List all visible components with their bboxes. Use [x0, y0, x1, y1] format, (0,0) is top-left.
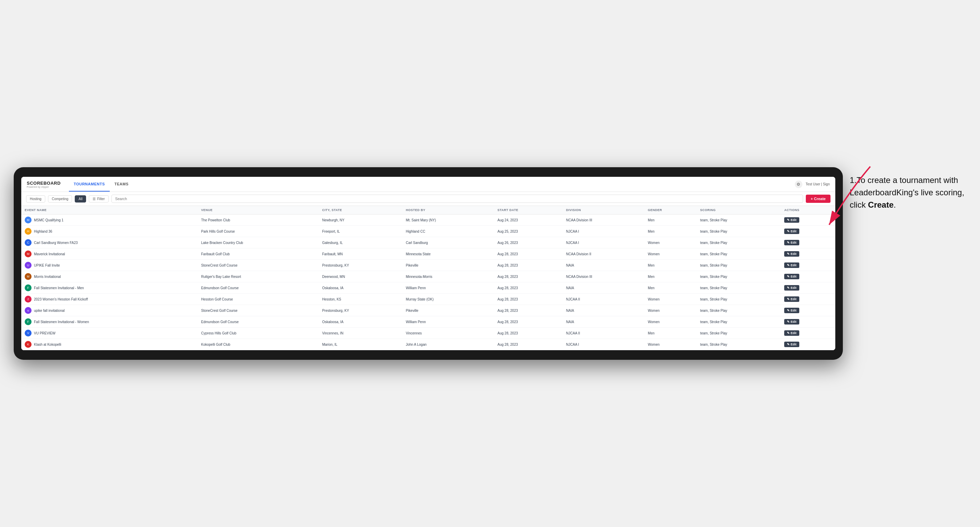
cell-city-state-4: Prestonsburg, KY [318, 260, 402, 271]
edit-button-2[interactable]: ✎ Edit [784, 240, 799, 245]
col-city-state: CITY, STATE [318, 206, 402, 214]
table-row: F Fall Statesmen Invitational - Women Ed… [21, 316, 835, 328]
team-logo-6: F [25, 284, 32, 291]
edit-button-9[interactable]: ✎ Edit [784, 319, 799, 324]
cell-division-7: NJCAA II [563, 294, 644, 305]
edit-button-11[interactable]: ✎ Edit [784, 341, 799, 347]
cell-start-date-5: Aug 28, 2023 [494, 271, 563, 283]
team-logo-1: H [25, 228, 32, 235]
edit-button-0[interactable]: ✎ Edit [784, 217, 799, 223]
cell-venue-6: Edmundson Golf Course [198, 283, 319, 294]
cell-start-date-7: Aug 28, 2023 [494, 294, 563, 305]
cell-division-2: NJCAA I [563, 237, 644, 248]
cell-event-name-2: C Carl Sandburg Women FA23 [21, 237, 198, 248]
event-name-text-11: Klash at Kokopelli [34, 343, 61, 346]
cell-hosted-by-0: Mt. Saint Mary (NY) [402, 214, 494, 226]
edit-button-4[interactable]: ✎ Edit [784, 262, 799, 268]
table-row: C Carl Sandburg Women FA23 Lake Bracken … [21, 237, 835, 248]
edit-button-1[interactable]: ✎ Edit [784, 229, 799, 234]
event-name-text-8: upike fall invitational [34, 309, 65, 313]
event-name-text-3: Maverick Invitational [34, 252, 65, 256]
cell-hosted-by-8: Pikeville [402, 305, 494, 316]
cell-gender-0: Men [644, 214, 697, 226]
cell-city-state-11: Marion, IL [318, 339, 402, 350]
col-venue: VENUE [198, 206, 319, 214]
cell-event-name-5: M Morris Invitational [21, 271, 198, 283]
red-arrow-icon [822, 163, 877, 232]
tab-teams[interactable]: TEAMS [110, 177, 134, 192]
edit-button-8[interactable]: ✎ Edit [784, 308, 799, 313]
cell-start-date-11: Aug 28, 2023 [494, 339, 563, 350]
team-logo-2: C [25, 239, 32, 246]
cell-venue-5: Ruttger's Bay Lake Resort [198, 271, 319, 283]
edit-button-5[interactable]: ✎ Edit [784, 274, 799, 279]
event-name-text-9: Fall Statesmen Invitational - Women [34, 320, 89, 324]
cell-city-state-1: Freeport, IL [318, 226, 402, 237]
settings-icon[interactable]: ⚙ [795, 181, 802, 188]
cell-gender-8: Women [644, 305, 697, 316]
cell-division-8: NAIA [563, 305, 644, 316]
cell-scoring-3: team, Stroke Play [697, 248, 781, 260]
cell-scoring-4: team, Stroke Play [697, 260, 781, 271]
event-name-text-0: MSMC Qualifying 1 [34, 218, 64, 222]
cell-scoring-0: team, Stroke Play [697, 214, 781, 226]
team-logo-9: F [25, 318, 32, 325]
all-filter-btn[interactable]: All [75, 195, 86, 203]
col-scoring: SCORING [697, 206, 781, 214]
event-name-text-4: UPIKE Fall Invite [34, 264, 60, 267]
cell-hosted-by-4: Pikeville [402, 260, 494, 271]
logo-subtitle: Powered by clipper [27, 186, 61, 188]
edit-button-10[interactable]: ✎ Edit [784, 330, 799, 336]
table-row: F Fall Statesmen Invitational - Men Edmu… [21, 283, 835, 294]
cell-venue-7: Hesston Golf Course [198, 294, 319, 305]
competing-filter-btn[interactable]: Competing [48, 195, 72, 203]
filter-icon-label: Filter [97, 197, 105, 201]
cell-gender-4: Men [644, 260, 697, 271]
cell-start-date-1: Aug 25, 2023 [494, 226, 563, 237]
search-input[interactable] [111, 195, 803, 203]
hosting-filter-btn[interactable]: Hosting [26, 195, 45, 203]
cell-hosted-by-7: Murray State (OK) [402, 294, 494, 305]
event-name-text-6: Fall Statesmen Invitational - Men [34, 286, 84, 290]
tab-tournaments[interactable]: TOURNAMENTS [69, 177, 110, 192]
events-table: EVENT NAME VENUE CITY, STATE HOSTED BY S… [21, 206, 835, 350]
cell-division-3: NCAA Division II [563, 248, 644, 260]
cell-actions-8: ✎ Edit [781, 305, 835, 316]
cell-actions-4: ✎ Edit [781, 260, 835, 271]
table-row: M Maverick Invitational Faribault Golf C… [21, 248, 835, 260]
cell-actions-10: ✎ Edit [781, 328, 835, 339]
cell-venue-2: Lake Bracken Country Club [198, 237, 319, 248]
cell-scoring-11: team, Stroke Play [697, 339, 781, 350]
table-row: 2 2023 Women's Hesston Fall Kickoff Hess… [21, 294, 835, 305]
cell-event-name-0: M MSMC Qualifying 1 [21, 214, 198, 226]
edit-button-7[interactable]: ✎ Edit [784, 297, 799, 302]
events-table-container: EVENT NAME VENUE CITY, STATE HOSTED BY S… [21, 206, 835, 350]
cell-scoring-8: team, Stroke Play [697, 305, 781, 316]
edit-button-6[interactable]: ✎ Edit [784, 285, 799, 290]
cell-city-state-5: Deerwood, MN [318, 271, 402, 283]
filter-icon-btn[interactable]: ☰ Filter [89, 195, 108, 203]
event-name-text-1: Highland 36 [34, 230, 52, 233]
team-logo-4: U [25, 262, 32, 269]
table-row: V VU PREVIEW Cypress Hills Golf Club Vin… [21, 328, 835, 339]
cell-venue-11: Kokopelli Golf Club [198, 339, 319, 350]
team-logo-3: M [25, 251, 32, 257]
team-logo-5: M [25, 273, 32, 280]
cell-event-name-1: H Highland 36 [21, 226, 198, 237]
cell-division-4: NAIA [563, 260, 644, 271]
col-gender: GENDER [644, 206, 697, 214]
cell-start-date-4: Aug 28, 2023 [494, 260, 563, 271]
cell-start-date-8: Aug 28, 2023 [494, 305, 563, 316]
cell-city-state-3: Faribault, MN [318, 248, 402, 260]
team-logo-10: V [25, 330, 32, 337]
cell-hosted-by-5: Minnesota-Morris [402, 271, 494, 283]
cell-gender-7: Women [644, 294, 697, 305]
cell-event-name-7: 2 2023 Women's Hesston Fall Kickoff [21, 294, 198, 305]
cell-division-10: NJCAA II [563, 328, 644, 339]
cell-venue-9: Edmundson Golf Course [198, 316, 319, 328]
cell-division-1: NJCAA I [563, 226, 644, 237]
team-logo-7: 2 [25, 296, 32, 303]
cell-venue-1: Park Hills Golf Course [198, 226, 319, 237]
edit-button-3[interactable]: ✎ Edit [784, 251, 799, 257]
cell-actions-11: ✎ Edit [781, 339, 835, 350]
